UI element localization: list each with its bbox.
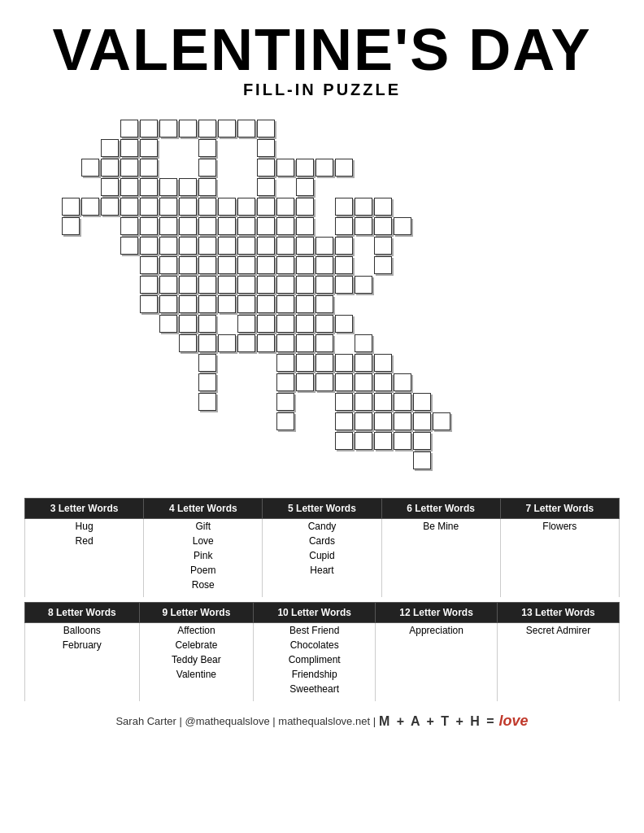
puzzle-cell — [355, 412, 372, 430]
puzzle-cell — [276, 256, 294, 274]
puzzle-cell — [257, 120, 275, 137]
puzzle-cell — [198, 276, 216, 294]
puzzle-cell — [257, 295, 275, 313]
puzzle-cell — [296, 315, 314, 333]
word-cell: Cards — [263, 534, 381, 548]
puzzle-cell — [179, 237, 197, 255]
word-cell — [500, 563, 619, 578]
puzzle-cell — [140, 256, 158, 274]
word-cell: Flowers — [500, 519, 619, 534]
puzzle-cell — [374, 432, 392, 450]
puzzle-cell — [140, 159, 158, 177]
puzzle-cell — [296, 256, 314, 274]
header-3: 3 Letter Words — [25, 499, 144, 519]
puzzle-cell — [276, 159, 294, 177]
puzzle-cell — [159, 256, 177, 274]
puzzle-cell — [335, 412, 353, 430]
puzzle-cell — [218, 120, 236, 137]
puzzle-cell — [120, 139, 138, 157]
puzzle-cell — [276, 295, 294, 313]
puzzle-cell — [237, 217, 255, 235]
footer-love: love — [499, 713, 529, 730]
word-cell: Be Mine — [381, 519, 500, 534]
puzzle-cell — [413, 412, 431, 430]
puzzle-cell — [140, 120, 158, 137]
word-cell — [498, 682, 620, 701]
puzzle-cell — [296, 198, 314, 216]
puzzle-cell — [374, 412, 392, 430]
puzzle-cell — [296, 276, 314, 294]
word-cell — [381, 534, 500, 548]
puzzle-cell — [179, 178, 197, 196]
puzzle-cell — [198, 217, 216, 235]
word-cell: Pink — [144, 548, 263, 563]
header-9: 9 Letter Words — [139, 603, 254, 623]
puzzle-cell — [159, 120, 177, 137]
sub-title: FILL-IN PUZZLE — [243, 81, 401, 99]
word-list-section: 3 Letter Words 4 Letter Words 5 Letter W… — [24, 498, 620, 706]
word-cell: Chocolates — [254, 638, 376, 652]
puzzle-cell — [62, 217, 80, 235]
word-cell — [498, 638, 620, 652]
puzzle-cell — [335, 159, 353, 177]
puzzle-cell — [101, 139, 119, 157]
puzzle-cell — [237, 276, 255, 294]
puzzle-cell — [335, 432, 353, 450]
puzzle-cell — [218, 295, 236, 313]
puzzle-cell — [198, 373, 216, 391]
puzzle-cell — [257, 178, 275, 196]
puzzle-cell — [120, 237, 138, 255]
puzzle-cell — [394, 217, 411, 235]
puzzle-cell — [296, 373, 314, 391]
puzzle-cell — [355, 198, 372, 216]
puzzle-cell — [276, 217, 294, 235]
puzzle-cell — [276, 315, 294, 333]
word-cell — [25, 578, 144, 597]
puzzle-cell — [257, 315, 275, 333]
puzzle-cell — [315, 373, 333, 391]
word-cell: Sweetheart — [254, 682, 376, 701]
puzzle-cell — [198, 393, 216, 411]
puzzle-cell — [315, 276, 333, 294]
puzzle-cell — [179, 276, 197, 294]
puzzle-cell — [413, 393, 431, 411]
puzzle-cell — [159, 315, 177, 333]
puzzle-cell — [315, 334, 333, 352]
word-cell: Poem — [144, 563, 263, 578]
puzzle-cell — [335, 373, 353, 391]
puzzle-cell — [257, 139, 275, 157]
puzzle-cell — [257, 334, 275, 352]
puzzle-cell — [257, 198, 275, 216]
puzzle-cell — [315, 256, 333, 274]
puzzle-cell — [315, 315, 333, 333]
puzzle-cell — [237, 256, 255, 274]
puzzle-cell — [159, 276, 177, 294]
puzzle-cell — [374, 237, 392, 255]
puzzle-cell — [218, 334, 236, 352]
puzzle-cell — [198, 334, 216, 352]
puzzle-cell — [159, 237, 177, 255]
footer-math: M + A + T + H = — [379, 714, 496, 729]
word-cell — [376, 652, 498, 667]
puzzle-cell — [179, 295, 197, 313]
word-cell: Teddy Bear — [139, 652, 254, 667]
puzzle-cell — [335, 237, 353, 255]
puzzle-cell — [159, 198, 177, 216]
word-cell: Affection — [139, 623, 254, 639]
word-cell — [376, 667, 498, 682]
puzzle-cell — [257, 276, 275, 294]
puzzle-cell — [296, 237, 314, 255]
header-4: 4 Letter Words — [144, 499, 263, 519]
puzzle-cell — [276, 412, 294, 430]
main-title: VALENTINE'S DAY — [52, 20, 591, 79]
puzzle-cell — [413, 451, 431, 469]
puzzle-cell — [355, 334, 372, 352]
word-cell: Friendship — [254, 667, 376, 682]
puzzle-cell — [355, 373, 372, 391]
puzzle-cell — [374, 198, 392, 216]
puzzle-cell — [140, 217, 158, 235]
puzzle-cell — [140, 276, 158, 294]
puzzle-cell — [62, 198, 80, 216]
puzzle-cell — [179, 315, 197, 333]
word-cell: Valentine — [139, 667, 254, 682]
